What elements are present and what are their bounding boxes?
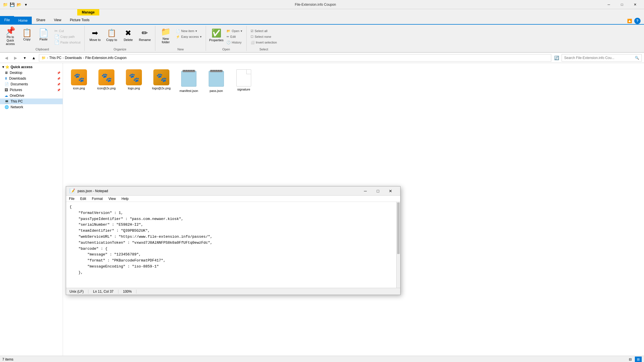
list-item[interactable]: 🐾 icon@2x.png — [95, 68, 118, 94]
rename-label: Rename — [139, 38, 151, 42]
copy-to-icon: 📋 — [107, 29, 116, 38]
select-none-label: Select none — [255, 35, 271, 38]
new-item-arrow: ▾ — [195, 29, 197, 33]
new-content: 📁 New folder 📄 New item ▾ ⚡ Easy access … — [158, 26, 203, 47]
paste-label: Paste — [39, 38, 47, 41]
sidebar-item-onedrive[interactable]: ☁ OneDrive — [0, 93, 63, 99]
pin-icon-desktop: 📌 — [57, 71, 60, 74]
up-button[interactable]: ▲ — [30, 54, 38, 62]
sidebar-item-this-pc[interactable]: 💻 This PC — [0, 99, 63, 104]
sidebar-item-network[interactable]: 🌐 Network — [0, 104, 63, 110]
sidebar-item-documents[interactable]: 📄 Documents 📌 — [0, 81, 63, 87]
open-button[interactable]: 📂 Open ▾ — [225, 28, 244, 34]
pin-to-quick-access-button[interactable]: 📌 Pin to Quick access — [2, 26, 18, 47]
move-to-button[interactable]: ➡ Move to — [87, 26, 103, 44]
tab-share[interactable]: Share — [32, 16, 49, 24]
notepad-close-button[interactable]: ✕ — [384, 187, 397, 195]
save-icon: 💾 — [9, 2, 15, 7]
open-small-btns: 📂 Open ▾ ✏ Edit 🕐 History — [225, 26, 244, 45]
notepad-minimize-button[interactable]: ─ — [359, 187, 372, 195]
edit-button[interactable]: ✏ Edit — [225, 34, 244, 40]
select-all-button[interactable]: ☑ Select all — [249, 28, 279, 34]
list-item[interactable]: 🐾 logo@2x.png — [150, 68, 173, 94]
quick-access-label: Quick access — [11, 65, 33, 69]
manage-tab[interactable]: Manage — [77, 9, 99, 15]
new-folder-button[interactable]: 📁 New folder — [158, 26, 174, 45]
sidebar-item-pictures[interactable]: 🖼 Pictures 📌 — [0, 87, 63, 93]
search-box[interactable]: 🔍 — [562, 54, 642, 62]
menu-edit[interactable]: Edit — [77, 196, 89, 201]
copy-button[interactable]: 📋 Copy — [19, 26, 35, 44]
dropdown-arrow-icon[interactable]: ▾ — [23, 2, 29, 7]
notepad-maximize-button[interactable]: □ — [372, 187, 384, 195]
tab-view[interactable]: View — [49, 16, 66, 24]
menu-format[interactable]: Format — [89, 196, 106, 201]
new-item-button[interactable]: 📄 New item ▾ — [174, 28, 203, 34]
notepad-scrollbar[interactable] — [396, 202, 400, 288]
path-this-pc[interactable]: This PC — [49, 56, 62, 60]
pictures-icon: 🖼 — [5, 88, 8, 92]
recent-locations-button[interactable]: ▾ — [21, 54, 29, 62]
tab-file[interactable]: File — [0, 16, 14, 24]
help-btn[interactable]: ? — [634, 18, 641, 24]
sidebar-item-downloads[interactable]: ⬇ Downloads 📌 — [0, 76, 63, 81]
notepad-content[interactable]: { "formatVersion" : 1, "passTypeIdentifi… — [66, 202, 396, 288]
cut-icon: ✂ — [54, 29, 58, 33]
select-all-icon: ☑ — [251, 29, 253, 33]
title-bar-icons: 📁 💾 📂 ▾ — [2, 2, 29, 7]
copy-path-button[interactable]: 📄 Copy path — [53, 34, 82, 40]
details-view-button[interactable]: ⊟ — [627, 357, 634, 362]
quick-access-header[interactable]: ▾ ⭐ Quick access — [0, 64, 63, 70]
minimize-button[interactable]: ─ — [602, 0, 615, 9]
back-button[interactable]: ◀ — [2, 54, 10, 62]
path-downloads[interactable]: Downloads — [65, 56, 82, 60]
rename-button[interactable]: ✏ Rename — [137, 26, 153, 44]
search-input[interactable] — [564, 56, 634, 60]
new-label: New — [177, 47, 184, 51]
ribbon-tabs-row: File Home Share View Picture Tools 🔼 ? — [0, 15, 644, 25]
file-icon: 🐾 — [71, 69, 87, 85]
list-item[interactable]: pass.json — [205, 68, 228, 94]
copy-to-button[interactable]: 📋 Copy to — [104, 26, 120, 44]
large-icons-view-button[interactable]: ⊞ — [635, 357, 642, 362]
ribbon-group-select: ☑ Select all ☐ Select none ⬜ Invert sele… — [247, 26, 281, 51]
documents-icon: 📄 — [5, 82, 9, 86]
menu-help[interactable]: Help — [119, 196, 132, 201]
expand-ribbon-btn[interactable]: 🔼 — [627, 19, 632, 23]
maximize-button[interactable]: □ — [615, 0, 629, 9]
select-none-button[interactable]: ☐ Select none — [249, 34, 279, 40]
history-button[interactable]: 🕐 History — [225, 40, 244, 45]
file-icons-grid: 🐾 icon.png 🐾 icon@2x.png 🐾 logo.png 🐾 lo… — [68, 68, 639, 94]
paste-shortcut-button[interactable]: 📄 Paste shortcut — [53, 40, 82, 45]
path-folder[interactable]: File-Extension.info Coupon — [85, 56, 126, 60]
list-item[interactable]: signature — [232, 68, 255, 94]
list-item[interactable]: 🐾 icon.png — [68, 68, 90, 94]
easy-access-label: Easy access — [181, 35, 199, 38]
properties-button[interactable]: ✅ Properties — [208, 26, 224, 44]
notepad-position: Ln 11, Col 37 — [88, 290, 118, 294]
sidebar-item-desktop[interactable]: 🖥 Desktop 📌 — [0, 70, 63, 76]
file-name: signature — [237, 88, 250, 91]
tab-home[interactable]: Home — [14, 17, 32, 25]
forward-button[interactable]: ▶ — [11, 54, 19, 62]
paste-shortcut-label: Paste shortcut — [60, 41, 80, 44]
paste-button[interactable]: 📄 Paste — [35, 26, 51, 44]
file-icon: 🐾 — [98, 69, 114, 85]
easy-access-button[interactable]: ⚡ Easy access ▾ — [174, 34, 203, 40]
close-button[interactable]: ✕ — [629, 0, 642, 9]
cut-button[interactable]: ✂ Cut — [53, 28, 82, 34]
menu-file[interactable]: File — [66, 196, 77, 201]
file-icon — [181, 69, 197, 88]
invert-selection-button[interactable]: ⬜ Invert selection — [249, 40, 279, 45]
file-icon — [236, 69, 251, 86]
tab-picture-tools[interactable]: Picture Tools — [66, 16, 94, 24]
delete-label: Delete — [124, 38, 133, 42]
list-item[interactable]: 🐾 logo.png — [122, 68, 145, 94]
refresh-button[interactable]: 🔄 — [552, 54, 560, 62]
menu-view[interactable]: View — [106, 196, 119, 201]
clipboard-label: Clipboard — [35, 47, 49, 51]
open-icon: 📂 — [227, 29, 231, 33]
delete-button[interactable]: ✖ Delete — [120, 26, 136, 44]
address-path[interactable]: 📁 › This PC › Downloads › File-Extension… — [39, 54, 551, 62]
list-item[interactable]: manifest.json — [177, 68, 200, 94]
